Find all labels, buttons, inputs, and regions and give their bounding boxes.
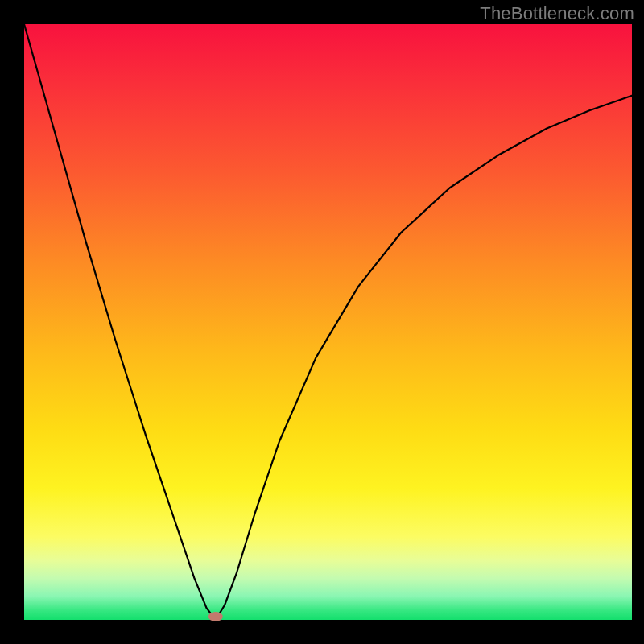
minimum-marker: [208, 612, 223, 621]
curve-path: [24, 24, 632, 620]
plot-background-gradient: [24, 24, 632, 620]
chart-frame: TheBottleneck.com: [0, 0, 644, 644]
bottleneck-curve: [24, 24, 632, 620]
watermark-text: TheBottleneck.com: [480, 3, 634, 24]
